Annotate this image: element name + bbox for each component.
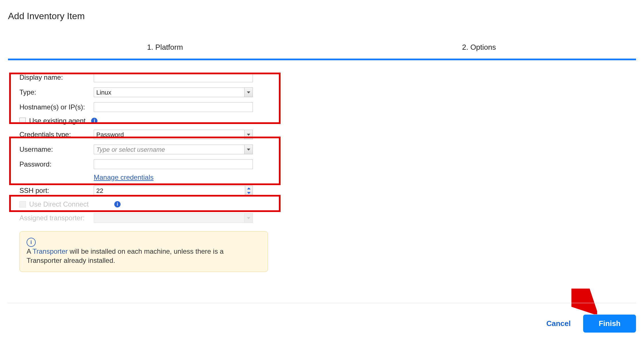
label-display-name: Display name:	[8, 73, 94, 81]
chevron-down-icon[interactable]	[244, 88, 253, 97]
form-area: Display name: Type: Linux Hostname(s) or…	[8, 70, 288, 272]
chevron-down-icon[interactable]	[244, 130, 253, 139]
credentials-type-select[interactable]: Password	[94, 130, 253, 139]
row-display-name: Display name:	[8, 70, 288, 85]
svg-line-0	[574, 291, 591, 309]
row-hostnames: Hostname(s) or IP(s):	[8, 100, 288, 115]
row-assigned-transporter: Assigned transporter:	[8, 211, 288, 225]
use-existing-agent-checkbox[interactable]	[19, 118, 26, 124]
wizard-step-platform[interactable]: 1. Platform	[8, 43, 322, 59]
cancel-button[interactable]: Cancel	[544, 316, 573, 331]
dialog-title: Add Inventory Item	[8, 11, 85, 21]
row-type: Type: Linux	[8, 85, 288, 100]
password-input[interactable]	[94, 159, 253, 169]
wizard-step-options[interactable]: 2. Options	[322, 43, 636, 59]
wizard-steps: 1. Platform 2. Options	[8, 43, 636, 60]
use-direct-connect-label: Use Direct Connect	[29, 200, 89, 208]
username-placeholder: Type or select username	[96, 146, 165, 153]
transporter-link[interactable]: Transporter	[33, 247, 68, 255]
label-assigned-transporter: Assigned transporter:	[8, 214, 94, 222]
row-manage-credentials: Manage credentials	[8, 172, 288, 183]
note-text: A Transporter will be installed on each …	[27, 247, 249, 265]
dialog-footer: Cancel Finish	[8, 303, 636, 303]
label-type: Type:	[8, 88, 94, 96]
label-ssh-port: SSH port:	[8, 187, 94, 195]
hostnames-input[interactable]	[94, 102, 253, 112]
label-hostnames: Hostname(s) or IP(s):	[8, 103, 94, 111]
arrow-annotation-icon	[571, 289, 597, 314]
row-password: Password:	[8, 157, 288, 172]
label-credentials-type: Credentials type:	[8, 131, 94, 139]
finish-button[interactable]: Finish	[583, 315, 636, 333]
ssh-port-value: 22	[96, 187, 103, 195]
row-credentials-type: Credentials type: Password	[8, 127, 288, 142]
assigned-transporter-select	[94, 213, 253, 223]
info-icon[interactable]: i	[91, 118, 97, 124]
type-select[interactable]: Linux	[94, 87, 253, 97]
chevron-down-icon	[244, 213, 253, 223]
spinner-down-icon[interactable]	[245, 191, 253, 195]
info-icon[interactable]: i	[114, 201, 121, 207]
label-password: Password:	[8, 160, 94, 168]
row-ssh-port: SSH port: 22	[8, 183, 288, 198]
username-combo[interactable]: Type or select username	[94, 145, 253, 154]
row-username: Username: Type or select username	[8, 142, 288, 157]
dialog-add-inventory-item: Add Inventory Item 1. Platform 2. Option…	[0, 0, 644, 340]
label-username: Username:	[8, 145, 94, 153]
credentials-type-value: Password	[96, 131, 124, 139]
type-select-value: Linux	[96, 89, 111, 96]
use-existing-agent-label: Use existing agent	[29, 117, 85, 125]
ssh-port-spinner[interactable]: 22	[94, 186, 253, 195]
row-use-direct-connect: Use Direct Connect i	[8, 198, 288, 211]
display-name-input[interactable]	[94, 73, 253, 82]
manage-credentials-link[interactable]: Manage credentials	[94, 173, 153, 181]
transporter-note: i A Transporter will be installed on eac…	[19, 231, 268, 272]
chevron-down-icon[interactable]	[244, 145, 253, 154]
info-icon: i	[27, 238, 36, 247]
spinner-up-icon[interactable]	[245, 186, 253, 191]
use-direct-connect-checkbox	[19, 201, 26, 207]
row-use-existing-agent: Use existing agent i	[8, 115, 288, 127]
